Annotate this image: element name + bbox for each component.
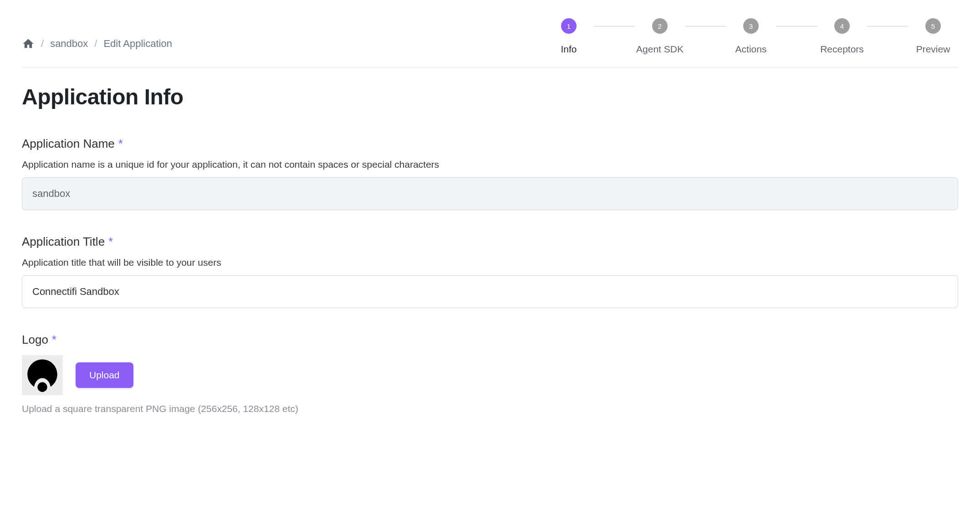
application-title-label: Application Title: [22, 235, 105, 249]
step-label: Info: [561, 44, 577, 55]
step-actions[interactable]: 3 Actions: [726, 18, 776, 55]
application-title-help: Application title that will be visible t…: [22, 257, 958, 268]
field-application-title: Application Title * Application title th…: [22, 235, 958, 308]
application-name-label: Application Name: [22, 137, 115, 151]
logo-icon: [24, 356, 61, 394]
logo-label: Logo: [22, 333, 48, 347]
page-title: Application Info: [22, 84, 958, 109]
home-icon[interactable]: [22, 37, 35, 50]
header-divider: [22, 67, 958, 68]
step-connector: [594, 26, 635, 26]
step-connector: [776, 26, 817, 26]
step-connector: [685, 26, 726, 26]
step-label: Receptors: [820, 44, 864, 55]
step-connector: [867, 26, 908, 26]
breadcrumb: / sandbox / Edit Application: [22, 18, 172, 50]
logo-preview: [22, 355, 63, 395]
required-asterisk: *: [52, 333, 56, 347]
upload-button[interactable]: Upload: [76, 362, 133, 388]
step-agent-sdk[interactable]: 2 Agent SDK: [635, 18, 685, 55]
breadcrumb-separator: /: [41, 38, 44, 50]
required-asterisk: *: [118, 137, 123, 151]
step-number: 4: [834, 18, 850, 34]
step-preview[interactable]: 5 Preview: [908, 18, 958, 55]
step-number: 1: [561, 18, 577, 34]
step-number: 5: [925, 18, 941, 34]
step-label: Preview: [916, 44, 950, 55]
step-info[interactable]: 1 Info: [544, 18, 594, 55]
step-label: Agent SDK: [636, 44, 684, 55]
step-number: 2: [652, 18, 668, 34]
breadcrumb-sandbox[interactable]: sandbox: [50, 38, 88, 50]
application-name-input[interactable]: [22, 177, 958, 210]
breadcrumb-separator: /: [94, 38, 97, 50]
application-name-help: Application name is a unique id for your…: [22, 159, 958, 170]
required-asterisk: *: [108, 235, 113, 249]
field-application-name: Application Name * Application name is a…: [22, 137, 958, 210]
step-label: Actions: [735, 44, 767, 55]
breadcrumb-current: Edit Application: [103, 38, 172, 50]
svg-point-0: [37, 382, 47, 392]
logo-help: Upload a square transparent PNG image (2…: [22, 403, 958, 414]
field-logo: Logo * Upload Upload a square transparen…: [22, 333, 958, 414]
application-title-input[interactable]: [22, 275, 958, 308]
stepper: 1 Info 2 Agent SDK 3 Actions 4 Receptors…: [544, 18, 958, 55]
step-receptors[interactable]: 4 Receptors: [817, 18, 867, 55]
step-number: 3: [743, 18, 759, 34]
